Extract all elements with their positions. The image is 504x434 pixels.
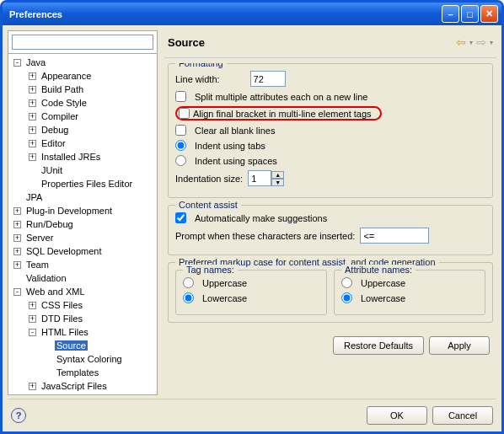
expand-icon[interactable]: +	[13, 248, 21, 255]
back-icon[interactable]: ⇦	[456, 35, 466, 49]
indent-tabs-label: Indent using tabs	[195, 141, 265, 151]
forward-icon[interactable]: ⇨	[476, 35, 486, 49]
forward-menu-icon[interactable]: ▾	[490, 39, 493, 46]
tree-item[interactable]: +Debug	[8, 123, 157, 137]
dialog-footer: ? OK Cancel	[8, 399, 496, 426]
expand-icon[interactable]: +	[13, 261, 21, 269]
spin-down-icon[interactable]: ▼	[271, 179, 284, 186]
maximize-button[interactable]: □	[461, 5, 479, 23]
tree-item-label: JUnit	[40, 165, 64, 175]
collapse-icon[interactable]: -	[29, 329, 36, 336]
tree-item[interactable]: JUnit	[8, 163, 157, 177]
tree-item[interactable]: -HTML Files	[8, 325, 157, 339]
tree-item-label: CSS Files	[40, 300, 84, 310]
page-header: Source ⇦▾ ⇨▾	[164, 30, 496, 58]
preference-tree[interactable]: -Java+Appearance+Build Path+Code Style+C…	[8, 54, 157, 394]
right-pane: Source ⇦▾ ⇨▾ Formatting Line width:	[164, 30, 496, 395]
attr-lower-radio[interactable]	[341, 292, 352, 303]
preferences-dialog: Preferences – □ ✕ -Java+Appearance+Build…	[0, 0, 504, 434]
expand-icon[interactable]: +	[29, 315, 36, 323]
expand-icon[interactable]: +	[29, 383, 36, 390]
tree-item[interactable]: Properties Files Editor	[8, 177, 157, 190]
clear-blank-checkbox[interactable]	[175, 125, 186, 136]
tree-item[interactable]: +Installed JREs	[8, 150, 157, 163]
collapse-icon[interactable]: -	[13, 59, 21, 67]
indent-spaces-label: Indent using spaces	[195, 156, 277, 166]
line-width-label: Line width:	[175, 74, 220, 84]
tree-item[interactable]: Templates	[8, 366, 157, 379]
tree-item[interactable]: +DTD Files	[8, 312, 157, 325]
tree-item[interactable]: +CSS Files	[8, 298, 157, 312]
tree-item-label: JavaScript Files	[40, 381, 109, 391]
align-bracket-highlight: Align final bracket in multi-line elemen…	[175, 106, 382, 121]
tag-lower-radio[interactable]	[183, 292, 194, 303]
expand-icon[interactable]: +	[13, 207, 21, 215]
auto-suggest-checkbox[interactable]	[175, 212, 186, 223]
minimize-button[interactable]: –	[442, 5, 459, 23]
expand-icon[interactable]: +	[13, 234, 21, 242]
indent-tabs-radio[interactable]	[175, 140, 186, 151]
tree-item-label: Source	[55, 340, 88, 351]
titlebar[interactable]: Preferences – □ ✕	[3, 3, 501, 25]
tree-item[interactable]: Validation	[8, 271, 157, 285]
tree-item-label: HTML Files	[40, 327, 90, 337]
tree-item[interactable]: +Editor	[8, 137, 157, 150]
tree-item[interactable]: +Server	[8, 231, 157, 244]
attr-upper-radio[interactable]	[341, 277, 352, 288]
indent-spaces-radio[interactable]	[175, 155, 186, 166]
tree-item-label: Appearance	[40, 71, 93, 81]
spin-up-icon[interactable]: ▲	[271, 171, 284, 179]
tree-item[interactable]: +JavaScript Files	[8, 379, 157, 393]
expand-icon[interactable]: +	[29, 153, 36, 161]
expand-icon[interactable]: +	[29, 86, 36, 94]
expand-icon[interactable]: +	[29, 126, 36, 134]
split-attributes-checkbox[interactable]	[175, 91, 186, 102]
tree-item-label: Syntax Coloring	[55, 354, 124, 364]
tree-item[interactable]: -Java	[8, 56, 157, 69]
split-attributes-label: Split multiple attributes each on a new …	[195, 92, 367, 102]
tree-item-label: Debug	[40, 125, 70, 135]
tree-item[interactable]: +Team	[8, 258, 157, 271]
tree-item-label: Installed JREs	[40, 152, 102, 162]
tree-item[interactable]: +Code Style	[8, 96, 157, 110]
restore-defaults-button[interactable]: Restore Defaults	[333, 336, 424, 355]
tree-item[interactable]: +Build Path	[8, 83, 157, 96]
tree-item[interactable]: +Plug-in Development	[8, 204, 157, 217]
close-button[interactable]: ✕	[480, 5, 498, 23]
tree-item-label: Properties Files Editor	[40, 179, 134, 189]
tree-item-label: Team	[24, 260, 51, 270]
tree-item[interactable]: +Run/Debug	[8, 217, 157, 231]
tree-item[interactable]: -Web and XML	[8, 285, 157, 298]
tree-item[interactable]: +Compiler	[8, 110, 157, 123]
tree-item-label: Code Style	[40, 98, 88, 108]
back-menu-icon[interactable]: ▾	[469, 39, 473, 46]
tree-item[interactable]: Syntax Coloring	[8, 352, 157, 366]
expand-icon[interactable]: +	[29, 113, 36, 121]
indent-size-input[interactable]	[248, 170, 271, 186]
indent-size-label: Indentation size:	[175, 174, 243, 184]
align-bracket-checkbox[interactable]	[179, 108, 190, 119]
tree-item-label: Plug-in Development	[24, 206, 114, 216]
expand-icon[interactable]: +	[13, 221, 21, 228]
expand-icon[interactable]: +	[29, 99, 36, 107]
tag-lower-label: Lowercase	[202, 293, 247, 303]
tag-names-title: Tag names:	[183, 265, 238, 275]
tree-item[interactable]: JPA	[8, 190, 157, 204]
content-assist-title: Content assist	[175, 200, 241, 210]
expand-icon[interactable]: +	[29, 72, 36, 80]
prompt-chars-input[interactable]	[360, 228, 429, 244]
tree-item[interactable]: Source	[8, 339, 157, 352]
filter-input[interactable]	[12, 35, 153, 50]
ok-button[interactable]: OK	[367, 406, 427, 425]
help-icon[interactable]: ?	[11, 408, 26, 423]
line-width-input[interactable]	[250, 71, 286, 87]
tree-item[interactable]: +SQL Development	[8, 244, 157, 258]
tree-item[interactable]: +Appearance	[8, 69, 157, 83]
cancel-button[interactable]: Cancel	[432, 406, 493, 425]
collapse-icon[interactable]: -	[13, 288, 21, 296]
tag-upper-radio[interactable]	[183, 277, 194, 288]
expand-icon[interactable]: +	[29, 302, 36, 309]
apply-button[interactable]: Apply	[429, 336, 490, 355]
expand-icon[interactable]: +	[29, 140, 36, 147]
tree-item-label: Java	[24, 57, 47, 67]
